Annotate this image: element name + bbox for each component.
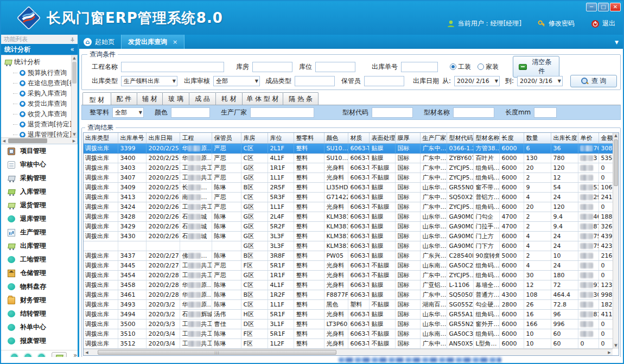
order-no-input[interactable] (401, 62, 438, 72)
radio-workwear[interactable]: 工装 (450, 62, 471, 72)
sidebar-item[interactable]: 报废管理 (1, 334, 78, 348)
manufacturer-input[interactable] (250, 107, 314, 118)
sidebar-item[interactable]: 财务管理 (1, 293, 78, 307)
column-header[interactable]: 颜色 (324, 133, 348, 143)
table-row[interactable]: 调拨出库34242020/2/26工共工程严思G区1L1F整料光身料6063-T… (84, 202, 615, 212)
material-tab[interactable]: 玻 璃 (162, 92, 189, 105)
table-row[interactable]: 调拨出库34612020/2/28华原…陈琳B区1R2F整料F8877FT606… (84, 290, 615, 299)
whole-piece-select[interactable]: 全部▼ (112, 107, 144, 118)
keeper-input[interactable] (364, 76, 404, 86)
table-row[interactable]: G区3L3F整料KLM38176063-T5贴膜国标山东华…GA90M09…门下… (84, 241, 615, 251)
table-row[interactable]: 调拨出库34032020/2/25工共工程严思G区1R1F整料光身料6063-T… (84, 163, 615, 173)
sidebar-item[interactable]: 补单中心 (1, 321, 78, 334)
collapse-chevron-icon[interactable]: « (71, 46, 74, 53)
table-row[interactable]: 调拨出库34932020/3/2华原…陈琳C区1L1F整料黑色塑料不贴膜国标湖南… (84, 299, 615, 309)
scroll-down-icon[interactable]: ▼ (613, 343, 619, 349)
table-row[interactable]: 调拨出库34092020/2/25长…陈琳B区2R5F整料LI35HD6063-… (84, 182, 615, 192)
change-password-button[interactable]: 修改密码 (538, 19, 575, 28)
sidebar-item[interactable]: 生产管理 (1, 226, 78, 239)
tab-shipping-outbound-query[interactable]: 发货出库查询 × (121, 35, 184, 49)
search-button[interactable]: 查 询 (570, 75, 617, 87)
grid-horizontal-scrollbar[interactable]: ◀ ||| ▶ (84, 349, 613, 355)
material-tab[interactable]: 辅 材 (137, 92, 163, 105)
table-row[interactable]: 调拨出库34002020/2/25华原…严思C区4L1F整料SU10…6063-… (84, 153, 615, 163)
scroll-left-icon[interactable]: ◀ (1, 139, 7, 143)
sidebar-item[interactable]: 物料盘存 (1, 280, 78, 293)
column-header[interactable]: 出库日期 (147, 133, 180, 143)
tree-vertical-scrollbar[interactable]: ▲ ▼ (71, 55, 77, 138)
product-type-input[interactable] (295, 76, 335, 86)
table-row[interactable]: 调拨出库34302020/2/26石城陈琳G区3L3F整料KLM38176063… (84, 231, 615, 241)
sidebar-item[interactable]: 审核中心 (1, 158, 78, 171)
location-input[interactable] (315, 62, 355, 72)
sidebar-item[interactable]: 采购管理 (1, 171, 78, 185)
table-row[interactable]: 调拨出库34942020/3/2石辉城汤伟H区5R1F整料光身料6063-T5贴… (84, 309, 615, 319)
tree-item[interactable]: 收货入库查询 (1, 109, 77, 119)
radio-homewear[interactable]: 家装 (477, 62, 499, 72)
table-row[interactable]: 调拨出库34542020/2/28工共工程严思G区1R1F整料光身料6063-T… (84, 270, 615, 280)
tab-home[interactable]: ⌂ 起始页 (79, 35, 121, 49)
column-header[interactable]: 出库长度 (551, 133, 578, 143)
sidebar-item[interactable]: 工地管理 (1, 253, 78, 266)
column-header[interactable]: 出库单号 (118, 133, 147, 143)
clear-conditions-button[interactable]: 清空条件 (513, 56, 559, 78)
grid-vscroll-thumb[interactable] (614, 139, 618, 186)
tree-vscroll-thumb[interactable] (72, 62, 77, 84)
material-tab[interactable]: 隔 热 条 (283, 92, 319, 105)
scroll-right-icon[interactable]: ▶ (606, 350, 613, 355)
table-row[interactable]: 调拨出库35102020/3/4工共工程陈琳F区5R1F整料光身料6063-T5… (84, 329, 615, 339)
material-tab[interactable]: 配 件 (111, 92, 137, 105)
column-header[interactable]: 长度 (500, 133, 524, 143)
column-header[interactable]: 膜厚 (396, 133, 421, 143)
material-tab[interactable]: 型 材 (82, 92, 111, 105)
maximize-button[interactable]: □ (598, 3, 609, 11)
length-input[interactable] (534, 107, 557, 118)
tree-item[interactable]: 采购入库查询 (1, 88, 77, 99)
outbound-type-select[interactable]: 生产领料出库▼ (121, 76, 177, 86)
table-row[interactable]: 调拨出库34282020/2/26石城陈琳G区2L4F整料KLM38176063… (84, 212, 615, 221)
column-header[interactable]: 数量 (524, 133, 551, 143)
table-row[interactable]: 调拨出库34452020/2/27工共工程严思F区5R1F整料光身料6063-T… (84, 260, 615, 270)
column-header[interactable]: 单价 (578, 133, 599, 143)
sidebar-item[interactable]: 项目管理 (1, 144, 78, 158)
tree-item[interactable]: 在途信息查询[待 (1, 78, 77, 88)
sidebar-item[interactable]: 出库管理 (1, 239, 78, 253)
profile-name-input[interactable] (453, 107, 494, 118)
sidebar-item[interactable]: 结转管理 (1, 307, 78, 321)
pin-icon[interactable] (70, 37, 75, 42)
date-to-picker[interactable]: 2020/ 3/16▼ (517, 76, 563, 86)
table-row[interactable]: 调拨出库34072020/2/25工共工程严思G区1L1F整料光身料6063-T… (84, 173, 615, 182)
table-row[interactable]: 调拨出库35122020/3/4工共工程陈琳F区1L2F整料光身料6063-T5… (84, 339, 615, 348)
project-name-input[interactable] (121, 62, 224, 72)
table-row[interactable]: 调拨出库34132020/2/26南…严思C区5R3F整料G714226063-… (84, 192, 615, 202)
tree-root[interactable]: 统计分析 (1, 55, 77, 68)
column-header[interactable]: 生产厂家 (421, 133, 447, 143)
tab-close-icon[interactable]: × (173, 39, 177, 46)
column-header[interactable]: 库位 (268, 133, 294, 143)
grid-hscroll-thumb[interactable]: ||| (98, 350, 336, 355)
tree-item[interactable]: 发货出库查询 (1, 99, 77, 109)
profile-code-input[interactable] (372, 107, 413, 118)
table-row[interactable]: 调拨出库34372020/2/27佛…陈琳B区3R8F整料PW056063-T5… (84, 251, 615, 260)
close-button[interactable]: ✕ (610, 3, 621, 11)
tree-item[interactable]: 退货查询[待定] (1, 119, 77, 130)
tab-list-dropdown-icon[interactable]: ▼ (615, 40, 619, 45)
column-header[interactable]: 保管员 (212, 133, 241, 143)
table-row[interactable]: 调拨出库33992020/2/25华原…严思C区2L1F整料SU10…6063-… (84, 143, 615, 153)
tree-item[interactable]: 预算执行查询 (1, 68, 77, 78)
color-input[interactable] (171, 107, 210, 118)
scroll-up-icon[interactable]: ▲ (613, 133, 619, 139)
material-tab[interactable]: 耗 材 (215, 92, 243, 105)
table-row[interactable]: 调拨出库35002020/3/3工共工程曹佳D区3L1F整料LT3P606063… (84, 319, 615, 329)
column-header[interactable]: 型材名称 (474, 133, 500, 143)
grid-vertical-scrollbar[interactable]: ▲ ▼ (613, 133, 619, 349)
logout-button[interactable]: 退出 (591, 19, 615, 28)
column-header[interactable]: 表面处理 (370, 133, 396, 143)
tree-hscroll-thumb[interactable] (8, 138, 47, 143)
column-header[interactable]: 工程 (180, 133, 212, 143)
sidebar-item[interactable]: 入库管理 (1, 185, 78, 199)
minimize-button[interactable]: ─ (586, 3, 597, 11)
scroll-right-icon[interactable]: ▶ (71, 139, 77, 143)
date-from-picker[interactable]: 2020/ 2/16▼ (454, 76, 500, 86)
material-tab[interactable]: 单 体 型 材 (242, 92, 283, 105)
